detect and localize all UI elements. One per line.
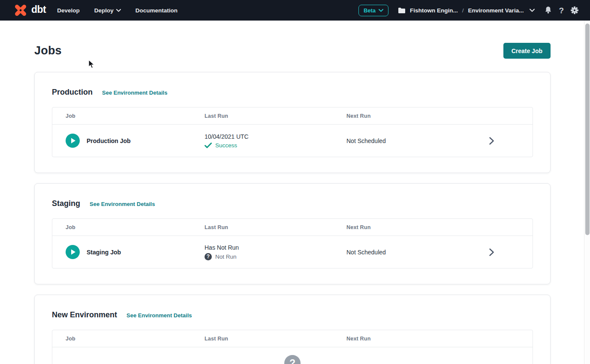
run-status: Not Run (215, 254, 237, 260)
see-environment-details-link[interactable]: See Environment Details (126, 312, 192, 319)
jobs-table: Job Last Run Next Run Staging Job Has No… (52, 218, 533, 269)
nav-documentation[interactable]: Documentation (135, 7, 178, 14)
breadcrumb-page[interactable]: Environment Varia... (468, 7, 524, 14)
play-icon (70, 249, 76, 255)
jobs-page: Jobs Create Job Production See Environme… (34, 21, 551, 364)
chevron-down-icon (116, 9, 121, 12)
last-run-date: Has Not Run (205, 244, 346, 251)
column-header-last-run: Last Run (205, 113, 346, 119)
success-check-icon (205, 143, 212, 148)
next-run-value: Not Scheduled (346, 137, 386, 144)
environment-name: New Environment (52, 310, 117, 319)
page-scrollbar[interactable] (584, 21, 590, 364)
environment-name: Production (52, 88, 93, 97)
environment-card-new-environment: New Environment See Environment Details … (34, 295, 551, 364)
see-environment-details-link[interactable]: See Environment Details (90, 201, 155, 207)
next-run-value: Not Scheduled (346, 249, 386, 256)
chevron-down-icon (379, 9, 383, 12)
top-navbar: dbt Develop Deploy Documentation Beta Fi… (0, 0, 590, 21)
beta-dropdown[interactable]: Beta (358, 5, 388, 16)
empty-state-question-icon: ? (284, 355, 301, 364)
column-header-next-run: Next Run (346, 224, 533, 230)
environment-card-staging: Staging See Environment Details Job Last… (34, 183, 551, 284)
jobs-table: Job Last Run Next Run Production Job 10/… (52, 107, 533, 157)
run-status: Success (215, 142, 237, 149)
job-name: Staging Job (87, 249, 121, 256)
column-header-job: Job (52, 113, 205, 119)
empty-jobs-state: ? (52, 347, 533, 364)
last-run-date: 10/04/2021 UTC (205, 133, 346, 140)
column-header-last-run: Last Run (205, 224, 346, 230)
page-title: Jobs (34, 44, 62, 57)
run-job-play-button[interactable] (66, 134, 80, 148)
environment-name: Staging (52, 199, 80, 208)
navbar-icon-group: ? (544, 6, 579, 15)
chevron-right-icon[interactable] (489, 137, 494, 145)
play-icon (70, 137, 76, 144)
environment-card-production: Production See Environment Details Job L… (34, 72, 551, 173)
folder-icon (398, 7, 406, 14)
main-nav: Develop Deploy Documentation (57, 7, 178, 14)
navbar-right: Beta Fishtown Engin... / Environment Var… (358, 5, 579, 16)
column-header-last-run: Last Run (205, 336, 346, 342)
breadcrumb-separator: / (462, 7, 464, 14)
nav-develop[interactable]: Develop (57, 7, 80, 14)
job-name: Production Job (87, 137, 131, 144)
job-row-staging[interactable]: Staging Job Has Not Run ? Not Run Not Sc… (52, 236, 533, 268)
column-header-next-run: Next Run (346, 113, 533, 119)
column-header-next-run: Next Run (346, 336, 533, 342)
run-job-play-button[interactable] (66, 245, 80, 259)
settings-gear-icon[interactable] (570, 6, 579, 15)
not-run-question-icon: ? (205, 253, 212, 260)
jobs-table: Job Last Run Next Run ? (52, 330, 533, 364)
job-row-production[interactable]: Production Job 10/04/2021 UTC Success No… (52, 124, 533, 157)
chevron-right-icon[interactable] (489, 248, 494, 256)
notifications-bell-icon[interactable] (544, 6, 552, 15)
help-icon[interactable]: ? (559, 6, 564, 15)
breadcrumb-account[interactable]: Fishtown Engin... (410, 7, 458, 14)
dbt-logo[interactable]: dbt (13, 3, 46, 18)
dbt-logo-icon (13, 3, 28, 18)
scrollbar-thumb[interactable] (585, 24, 590, 235)
see-environment-details-link[interactable]: See Environment Details (102, 90, 167, 96)
create-job-button[interactable]: Create Job (503, 43, 551, 59)
dbt-logo-text: dbt (31, 5, 46, 16)
column-header-job: Job (52, 336, 205, 342)
column-header-job: Job (52, 224, 205, 230)
chevron-down-icon (530, 9, 535, 12)
project-breadcrumb[interactable]: Fishtown Engin... / Environment Varia... (398, 7, 535, 14)
nav-deploy[interactable]: Deploy (94, 7, 121, 14)
